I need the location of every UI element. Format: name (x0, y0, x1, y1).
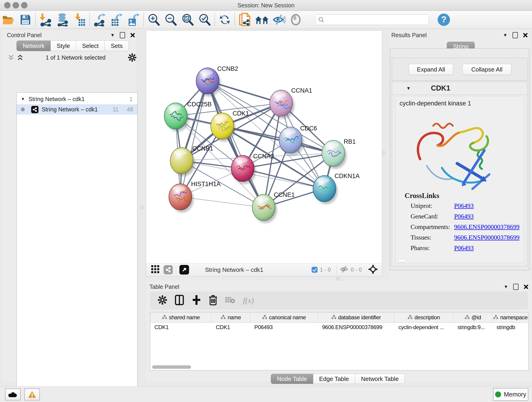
table-cell[interactable]: cyclin-dependent ... (394, 322, 453, 332)
zoom-out-icon[interactable] (162, 12, 179, 27)
table-hscroll-thumb[interactable] (152, 365, 191, 369)
show-all-icon[interactable] (287, 12, 304, 27)
tab-network-table[interactable]: Network Table (355, 374, 405, 384)
table-options-gear-icon[interactable] (158, 295, 167, 306)
show-columns-icon[interactable] (175, 295, 184, 306)
node-CDC25B[interactable] (164, 103, 189, 132)
export-image-icon[interactable] (125, 12, 142, 27)
import-database-icon[interactable] (54, 12, 71, 27)
import-table-icon[interactable] (71, 12, 88, 27)
expand-all-button[interactable]: Expand All (409, 64, 453, 75)
memory-button[interactable]: Memory (493, 388, 528, 401)
warnings-button[interactable] (24, 389, 40, 400)
close-panel-icon[interactable] (130, 32, 135, 38)
panel-menu-icon[interactable]: ▼ (503, 32, 507, 38)
selected-nodes-checkbox-icon[interactable] (312, 267, 317, 273)
close-window-icon[interactable] (4, 2, 11, 8)
table-header-canonical-name[interactable]: canonical name (250, 313, 318, 322)
crosslink-value-link[interactable]: P06493 (454, 244, 474, 252)
help-button[interactable]: ? (438, 13, 450, 26)
right-splitter-handle[interactable] (382, 151, 386, 155)
open-session-icon[interactable] (0, 12, 17, 27)
close-panel-icon[interactable] (524, 284, 529, 289)
edge-CCNB2-HIST1H1A[interactable] (180, 81, 208, 197)
table-cell[interactable]: CDK1 (150, 322, 212, 332)
node-CCNA2[interactable] (231, 155, 256, 184)
network-node-count: 11 (113, 106, 119, 113)
network-options-gear-icon[interactable] (128, 53, 136, 62)
tab-style[interactable]: Style (51, 41, 76, 51)
table-panel-title: Table Panel (149, 283, 179, 290)
table-header-namespace[interactable]: namespace (492, 313, 529, 322)
tab-edge-table[interactable]: Edge Table (313, 374, 355, 384)
table-header-database-identifier[interactable]: database identifier (318, 313, 394, 322)
crosslink-value-link[interactable]: P06493 (454, 202, 474, 210)
open-in-new-window-icon[interactable] (179, 265, 189, 274)
panel-menu-icon[interactable]: ▼ (110, 32, 115, 38)
home-icon[interactable] (253, 12, 270, 27)
search-input[interactable] (324, 16, 426, 23)
network-share-icon[interactable] (164, 265, 173, 274)
tab-select[interactable]: Select (76, 41, 105, 51)
delete-column-icon[interactable] (209, 295, 217, 306)
node-CCNA1[interactable] (270, 90, 294, 119)
import-network-icon[interactable] (37, 12, 54, 27)
refresh-icon[interactable] (216, 12, 233, 27)
bottom-splitter-handle[interactable] (336, 277, 340, 281)
node-CDKN1A[interactable] (313, 176, 338, 204)
network-canvas[interactable]: CCNB2CCNA1CDC25BCDK1CDC6RB1CCNB1CCNA2CDK… (146, 31, 382, 264)
close-panel-icon[interactable] (523, 32, 528, 38)
collapse-all-button[interactable]: Collapse All (462, 64, 511, 75)
table-header-description[interactable]: description (394, 313, 453, 322)
table-header--id[interactable]: @id (453, 313, 492, 322)
table-cell[interactable]: 9606.ENSP00000378699 (318, 322, 394, 332)
entry-header[interactable]: ▼ CDK1 (392, 82, 527, 95)
cloud-button[interactable] (5, 389, 21, 400)
zoom-in-icon[interactable] (145, 12, 162, 27)
edge-CCNB2-CCNE1[interactable] (208, 81, 264, 207)
save-session-icon[interactable] (17, 12, 34, 27)
zoom-fit-icon[interactable] (179, 12, 196, 27)
collapse-all-icon[interactable] (8, 54, 14, 61)
float-panel-icon[interactable] (513, 32, 518, 38)
node-RB1[interactable] (322, 140, 347, 169)
crosslink-value-link[interactable]: P06493 (454, 213, 474, 220)
node-CCNE1[interactable] (252, 194, 277, 223)
birdseye-view-icon[interactable] (368, 264, 378, 275)
crosslink-value-link[interactable]: 9606.ENSP00000378699 (454, 234, 519, 241)
collection-expand-icon[interactable]: ▼ (21, 97, 25, 102)
panel-menu-icon[interactable]: ▼ (504, 284, 508, 289)
zoom-selected-icon[interactable] (196, 12, 213, 27)
table-cell[interactable]: stringdb (492, 322, 529, 332)
toolbar-separator (215, 13, 215, 26)
zoom-window-icon[interactable] (21, 2, 27, 8)
crosslink-value-link[interactable]: 9606.ENSP00000378699 (454, 223, 519, 230)
entry-hscroll-thumb[interactable] (398, 259, 406, 262)
network-row[interactable]: String Network – cdk1 11 48 (17, 104, 137, 115)
tab-node-table[interactable]: Node Table (271, 374, 313, 384)
grid-view-icon[interactable] (151, 265, 159, 274)
tab-sets[interactable]: Sets (105, 41, 129, 51)
minimize-window-icon[interactable] (13, 2, 19, 8)
entry-collapse-icon[interactable]: ▼ (406, 86, 411, 91)
left-splitter-handle[interactable] (140, 205, 144, 209)
network-collection-row[interactable]: ▼ String Network – cdk1 1 (17, 94, 137, 104)
table-cell[interactable]: CDK1 (212, 322, 250, 332)
export-table-icon[interactable] (108, 12, 125, 27)
expand-all-icon[interactable] (17, 54, 23, 61)
table-header-name[interactable]: name (212, 313, 250, 322)
table-cell[interactable]: P06493 (250, 322, 318, 332)
table-row[interactable]: CDK1CDK1P064939606.ENSP00000378699cyclin… (150, 322, 529, 332)
export-network-icon[interactable] (91, 12, 108, 27)
hide-selected-icon[interactable] (270, 12, 287, 27)
node-CDK1[interactable] (211, 113, 235, 142)
crosslink-label: Tissues: (411, 234, 454, 241)
share-document-icon[interactable] (236, 12, 253, 27)
tab-network[interactable]: Network (17, 41, 51, 51)
table-cell[interactable]: stringdb:9... (453, 322, 492, 332)
node-HIST1H1A[interactable] (169, 184, 194, 212)
float-panel-icon[interactable] (513, 284, 519, 290)
table-header-shared-name[interactable]: shared name (150, 313, 212, 322)
float-panel-icon[interactable] (120, 32, 125, 38)
add-column-icon[interactable] (192, 295, 201, 306)
